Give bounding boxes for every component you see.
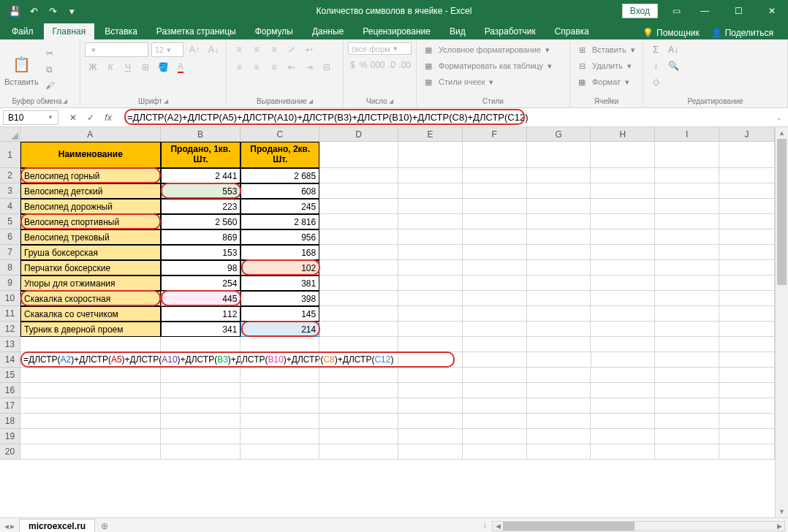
cell-C7[interactable]: 168: [240, 245, 319, 260]
cell-A6[interactable]: Велосипед трековый: [20, 229, 161, 245]
align-left-icon[interactable]: ≡: [231, 60, 247, 75]
horizontal-scrollbar[interactable]: ◀ ▶: [492, 521, 785, 531]
row-header-18[interactable]: 18: [0, 414, 20, 429]
cell-F17[interactable]: [463, 398, 527, 414]
cell-E4[interactable]: [398, 199, 463, 214]
cell-F20[interactable]: [463, 444, 527, 460]
fill-icon[interactable]: ↓: [648, 58, 664, 73]
cell-B2[interactable]: 2 441: [161, 168, 241, 183]
cell-G8[interactable]: [527, 260, 591, 276]
cell-I11[interactable]: [655, 306, 719, 322]
tab-data[interactable]: Данные: [303, 23, 352, 39]
cell-F2[interactable]: [463, 168, 527, 183]
cell-A11[interactable]: Скакалка со счетчиком: [20, 306, 161, 322]
cell-G5[interactable]: [527, 214, 591, 229]
autosum-icon[interactable]: Σ: [648, 42, 664, 57]
align-center-icon[interactable]: ≡: [249, 60, 265, 75]
row-header-5[interactable]: 5: [0, 214, 20, 229]
vertical-scrollbar[interactable]: ▲ ▼: [775, 127, 788, 517]
row-header-4[interactable]: 4: [0, 199, 20, 214]
font-color-icon[interactable]: A: [173, 60, 189, 75]
cell-H7[interactable]: [591, 245, 655, 260]
add-sheet-button[interactable]: ⊕: [95, 520, 114, 533]
cell-B12[interactable]: 341: [161, 322, 241, 337]
sign-in-button[interactable]: Вход: [622, 4, 658, 18]
cell-J6[interactable]: [719, 229, 775, 245]
cell-B13[interactable]: [161, 337, 241, 352]
cell-F18[interactable]: [463, 414, 527, 429]
cell-F10[interactable]: [463, 291, 527, 306]
tab-file[interactable]: Файл: [3, 23, 42, 39]
row-header-20[interactable]: 20: [0, 444, 20, 460]
col-header-J[interactable]: J: [719, 127, 775, 141]
cell-H12[interactable]: [591, 322, 655, 337]
fx-icon[interactable]: fx: [101, 110, 115, 125]
row-header-16[interactable]: 16: [0, 383, 20, 398]
cell-J14[interactable]: [719, 352, 775, 368]
cell-D6[interactable]: [319, 229, 398, 245]
row-header-3[interactable]: 3: [0, 183, 20, 199]
cell-1-F[interactable]: [463, 142, 527, 168]
cell-H16[interactable]: [591, 383, 655, 398]
delete-cells-button[interactable]: ⊟Удалить▾: [575, 58, 638, 73]
cell-C10[interactable]: 398: [240, 291, 319, 306]
cell-I10[interactable]: [655, 291, 719, 306]
col-header-E[interactable]: E: [398, 127, 463, 141]
cell-A5[interactable]: Велосипед спортивный: [20, 214, 161, 229]
row-header-6[interactable]: 6: [0, 229, 20, 245]
redo-icon[interactable]: ↷: [44, 2, 61, 20]
cell-H5[interactable]: [591, 214, 655, 229]
cell-E14[interactable]: [398, 352, 463, 368]
cell-H17[interactable]: [591, 398, 655, 414]
cell-J17[interactable]: [719, 398, 775, 414]
cell-C16[interactable]: [240, 383, 319, 398]
cell-D13[interactable]: [319, 337, 398, 352]
header-name[interactable]: Наименование: [20, 142, 161, 168]
align-right-icon[interactable]: ≡: [266, 60, 282, 75]
cell-A2[interactable]: Велосипед горный: [20, 168, 161, 183]
cell-H18[interactable]: [591, 414, 655, 429]
cell-C17[interactable]: [240, 398, 319, 414]
decrease-indent-icon[interactable]: ⇤: [284, 60, 300, 75]
cell-J2[interactable]: [719, 168, 775, 183]
cell-C6[interactable]: 956: [240, 229, 319, 245]
copy-icon[interactable]: ⧉: [42, 62, 58, 77]
cell-F5[interactable]: [463, 214, 527, 229]
cell-G2[interactable]: [527, 168, 591, 183]
col-header-D[interactable]: D: [319, 127, 398, 141]
cell-H20[interactable]: [591, 444, 655, 460]
conditional-formatting-button[interactable]: ▦Условное форматирование▾: [421, 42, 565, 57]
row-header-14[interactable]: 14: [0, 352, 20, 368]
col-header-C[interactable]: C: [240, 127, 319, 141]
cell-I7[interactable]: [655, 245, 719, 260]
number-expand-icon[interactable]: ◢: [389, 98, 393, 104]
cell-A14[interactable]: =ДЛСТР(A2)+ДЛСТР(A5)+ДЛСТР(A10)+ДЛСТР(B3…: [20, 352, 161, 368]
close-button[interactable]: ✕: [756, 0, 788, 22]
cell-A10[interactable]: Скакалка скоростная: [20, 291, 161, 306]
cell-H15[interactable]: [591, 368, 655, 383]
format-painter-icon[interactable]: 🖌: [42, 78, 58, 93]
cell-D10[interactable]: [319, 291, 398, 306]
cell-1-G[interactable]: [527, 142, 591, 168]
cell-F11[interactable]: [463, 306, 527, 322]
cell-E10[interactable]: [398, 291, 463, 306]
cell-D8[interactable]: [319, 260, 398, 276]
cell-G12[interactable]: [527, 322, 591, 337]
cell-I15[interactable]: [655, 368, 719, 383]
cell-E13[interactable]: [398, 337, 463, 352]
decrease-decimal-icon[interactable]: .00: [398, 58, 412, 72]
cell-G9[interactable]: [527, 276, 591, 291]
cell-1-D[interactable]: [319, 142, 398, 168]
sheet-nav-last-icon[interactable]: ▸: [10, 521, 15, 531]
cell-I4[interactable]: [655, 199, 719, 214]
cell-C11[interactable]: 145: [240, 306, 319, 322]
cell-J11[interactable]: [719, 306, 775, 322]
scroll-left-icon[interactable]: ◀: [493, 522, 503, 531]
cell-B4[interactable]: 223: [161, 199, 241, 214]
cell-J7[interactable]: [719, 245, 775, 260]
cell-I19[interactable]: [655, 429, 719, 444]
row-header-10[interactable]: 10: [0, 291, 20, 306]
cell-B9[interactable]: 254: [161, 276, 241, 291]
cell-H8[interactable]: [591, 260, 655, 276]
select-all-corner[interactable]: [0, 127, 20, 142]
